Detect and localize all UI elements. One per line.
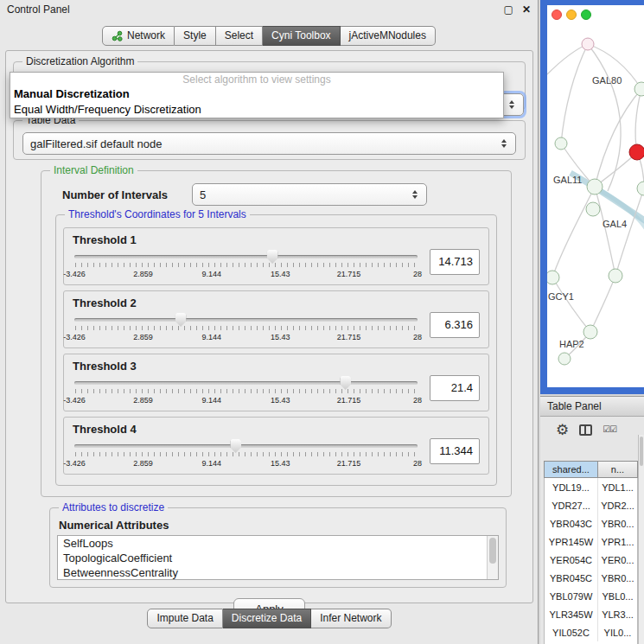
popup-option-manual-discretization[interactable]: Manual Discretization <box>10 86 503 102</box>
slider-track[interactable] <box>74 444 418 448</box>
scrollbar-thumb[interactable] <box>489 538 496 564</box>
slider-scale-label: -3.426 <box>63 270 86 278</box>
table-cell[interactable]: YER054C <box>545 551 598 569</box>
table-cell[interactable]: YBR043C <box>545 514 598 532</box>
table-row[interactable]: YPR145WYPR1... <box>545 532 637 551</box>
list-scrollbar[interactable] <box>487 536 498 579</box>
list-item[interactable]: SelfLoops <box>58 536 486 551</box>
table-cell[interactable]: YPR1... <box>598 532 637 551</box>
network-node[interactable] <box>583 325 597 339</box>
table-scrollbar[interactable] <box>638 435 644 644</box>
network-node[interactable] <box>586 202 600 216</box>
slider-thumb[interactable] <box>267 250 278 264</box>
slider-scale-label: 15.43 <box>271 396 290 405</box>
network-node[interactable] <box>547 271 559 284</box>
slider-scale-label: 9.144 <box>202 459 222 468</box>
slider-thumb[interactable] <box>340 376 351 390</box>
threshold-2-value-field[interactable]: 6.316 <box>430 312 480 338</box>
table-cell[interactable]: YDR27... <box>545 496 598 514</box>
table-cell[interactable]: YDL19... <box>545 478 598 496</box>
table-cell[interactable]: YDL1... <box>598 478 637 496</box>
table-cell[interactable]: YLR345W <box>545 605 598 623</box>
slider-scale-label: 2.859 <box>133 333 153 341</box>
slider-thumb[interactable] <box>230 439 241 453</box>
table-data-combobox[interactable]: galFiltered.sif default node <box>22 132 516 155</box>
interval-definition-group: Interval Definition Number of Intervals … <box>41 170 512 497</box>
slider-track[interactable] <box>74 381 418 385</box>
network-node[interactable] <box>587 179 603 194</box>
columns-icon[interactable] <box>579 424 592 436</box>
table-cell[interactable]: YIL0... <box>598 623 637 641</box>
table-row[interactable]: YDL19...YDL1... <box>545 478 637 496</box>
column-header-name[interactable]: n... <box>598 462 637 477</box>
node-label: GAL80 <box>592 75 622 86</box>
threshold-3-value-field[interactable]: 21.4 <box>430 375 480 401</box>
tab-discretize-data[interactable]: Discretize Data <box>223 609 311 628</box>
threshold-1-slider[interactable]: -3.4262.8599.14415.4321.71528 <box>74 248 418 283</box>
network-node[interactable] <box>609 269 622 283</box>
table-cell[interactable]: YBL0... <box>598 587 637 605</box>
table-cell[interactable]: YPR145W <box>545 532 598 551</box>
tab-cyni-toolbox[interactable]: Cyni Toolbox <box>263 26 340 46</box>
network-node[interactable] <box>637 182 644 195</box>
network-nodes[interactable] <box>547 38 644 365</box>
network-node[interactable] <box>555 137 567 150</box>
close-traffic-light-icon[interactable] <box>552 10 562 20</box>
network-node[interactable] <box>582 38 594 50</box>
network-icon <box>112 30 123 41</box>
tab-jactivemnodules[interactable]: jActiveMNodules <box>341 26 436 46</box>
network-node[interactable] <box>634 82 644 96</box>
table-row[interactable]: YER054CYER0... <box>545 551 637 569</box>
scrollbar-thumb[interactable] <box>640 437 643 466</box>
tab-impute-data[interactable]: Impute Data <box>147 609 222 628</box>
number-of-intervals-combobox[interactable]: 5 <box>192 183 427 206</box>
list-item[interactable]: TopologicalCoefficient <box>58 551 486 565</box>
popup-option-equal-width-frequency[interactable]: Equal Width/Frequency Discretization <box>10 102 503 118</box>
tab-style[interactable]: Style <box>175 26 216 46</box>
close-icon[interactable]: ✕ <box>522 4 531 15</box>
numerical-attributes-list[interactable]: SelfLoopsTopologicalCoefficientBetweenne… <box>57 535 499 580</box>
zoom-traffic-light-icon[interactable] <box>581 10 591 20</box>
tab-network[interactable]: Network <box>102 26 175 46</box>
table-row[interactable]: YDR27...YDR2... <box>545 496 637 514</box>
table-row[interactable]: YBR045CYBR0... <box>545 569 637 587</box>
table-cell[interactable]: YBL079W <box>545 587 598 605</box>
table-row[interactable]: YBR043CYBR0... <box>545 514 637 532</box>
select-columns-icon[interactable]: ☑☑ <box>603 425 616 434</box>
tab-label: jActiveMNodules <box>349 29 426 41</box>
threshold-1-value-field[interactable]: 14.713 <box>430 249 480 275</box>
table-row[interactable]: YIL052CYIL0... <box>545 623 637 641</box>
table-cell[interactable]: YBR045C <box>545 569 598 587</box>
table-row[interactable]: YBL079WYBL0... <box>545 587 637 605</box>
network-node-selected[interactable] <box>629 144 644 160</box>
network-graph[interactable]: GAL80 GAL11 GAL4 GCY1 HAP2 <box>547 5 644 387</box>
tab-infer-network[interactable]: Infer Network <box>311 609 391 628</box>
table-cell[interactable]: YER0... <box>598 551 637 569</box>
table-cell[interactable]: YIL052C <box>545 623 598 641</box>
slider-track[interactable] <box>74 255 418 258</box>
threshold-4-value-field[interactable]: 11.344 <box>430 438 480 464</box>
table-row[interactable]: YLR345WYLR3... <box>545 605 637 623</box>
table-cell[interactable]: YLR3... <box>598 605 637 623</box>
threshold-4-panel: Threshold 4 -3.4262.8599.14415.4321.7152… <box>63 417 489 475</box>
list-item[interactable]: BetweennessCentrality <box>58 565 486 580</box>
threshold-2-slider[interactable]: -3.4262.8599.14415.4321.71528 <box>74 311 418 346</box>
network-canvas[interactable]: GAL80 GAL11 GAL4 GCY1 HAP2 <box>547 5 644 387</box>
tab-select[interactable]: Select <box>216 26 263 46</box>
threshold-3-slider[interactable]: -3.4262.8599.14415.4321.71528 <box>74 374 418 409</box>
bottom-tabbar: Impute Data Discretize Data Infer Networ… <box>0 609 539 628</box>
slider-thumb[interactable] <box>175 313 187 327</box>
minimize-traffic-light-icon[interactable] <box>566 10 577 20</box>
network-node[interactable] <box>558 353 571 365</box>
combo-stepper-icon <box>496 139 512 148</box>
threshold-4-slider[interactable]: -3.4262.8599.14415.4321.71528 <box>74 437 418 472</box>
table-cell[interactable]: YBR0... <box>598 514 637 532</box>
table-cell[interactable]: YDR2... <box>598 496 637 514</box>
slider-scale-label: 9.144 <box>202 270 222 278</box>
column-header-shared-name[interactable]: shared... <box>545 462 598 477</box>
slider-ticks <box>75 263 417 267</box>
gear-icon[interactable]: ⚙ <box>556 423 569 437</box>
slider-track[interactable] <box>74 318 418 322</box>
table-cell[interactable]: YBR0... <box>598 569 637 587</box>
float-icon[interactable]: ▢ <box>504 4 513 15</box>
